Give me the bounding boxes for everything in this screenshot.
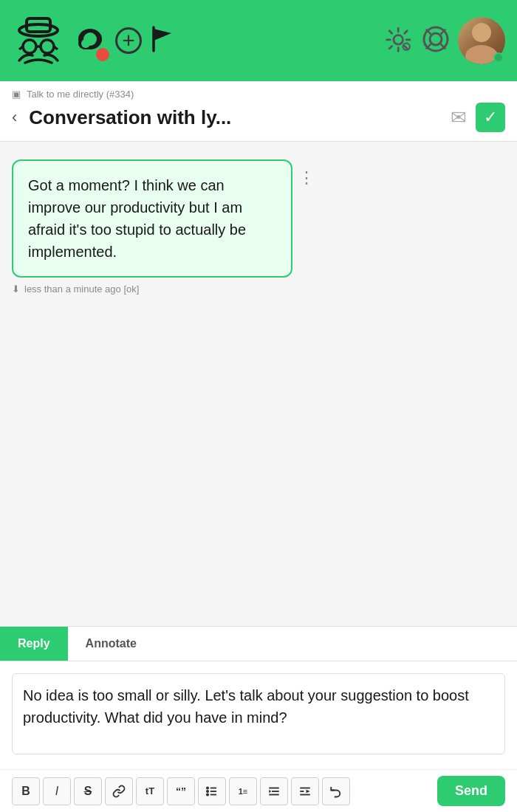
app-logo [12, 13, 65, 69]
numbered-list-button[interactable]: 1≡ [229, 777, 257, 805]
svg-line-17 [389, 31, 391, 33]
strikethrough-button[interactable]: S [74, 777, 102, 805]
message-timestamp: ⬇ less than a minute ago [ok] [12, 283, 505, 295]
svg-point-12 [394, 35, 403, 45]
settings-icon[interactable] [384, 26, 414, 55]
user-avatar[interactable] [458, 17, 505, 64]
help-icon[interactable] [422, 26, 449, 55]
app-header: + [0, 0, 517, 81]
svg-line-18 [405, 46, 407, 48]
flag-icon[interactable] [151, 26, 174, 55]
svg-point-32 [207, 790, 208, 791]
send-button[interactable]: Send [437, 776, 505, 806]
bold-button[interactable]: B [12, 777, 40, 805]
quote-button[interactable]: “” [167, 777, 195, 805]
message-text: Got a moment? I think we can improve our… [28, 177, 246, 260]
compose-tabs: Reply Annotate [0, 627, 517, 661]
back-button[interactable]: ‹ [12, 108, 17, 127]
compose-area: Reply Annotate B I S tT “” 1≡ [0, 626, 517, 812]
message-options-button[interactable]: ⋮ [298, 168, 315, 187]
bullet-list-button[interactable] [198, 777, 226, 805]
notification-badge [96, 48, 109, 61]
meta-icon: ▣ [12, 89, 21, 100]
message-wrapper: Got a moment? I think we can improve our… [12, 159, 505, 278]
tab-reply[interactable]: Reply [0, 627, 68, 661]
conversation-title: Conversation with ly... [29, 106, 442, 129]
tab-annotate[interactable]: Annotate [68, 627, 154, 661]
indent-decrease-button[interactable] [260, 777, 288, 805]
svg-line-19 [389, 46, 391, 48]
envelope-icon[interactable]: ✉ [451, 106, 467, 129]
svg-point-31 [207, 787, 208, 788]
link-button[interactable] [105, 777, 133, 805]
compose-toolbar: B I S tT “” 1≡ [0, 769, 517, 812]
timestamp-icon: ⬇ [12, 283, 20, 295]
check-icon: ✓ [484, 108, 497, 127]
svg-point-23 [430, 33, 442, 45]
indent-increase-button[interactable] [291, 777, 319, 805]
add-chat-icon[interactable]: + [115, 27, 142, 54]
svg-point-2 [23, 40, 36, 53]
svg-point-3 [41, 40, 54, 53]
notifications-icon[interactable] [74, 23, 106, 58]
conversation-meta: ▣ Talk to me directly (#334) [12, 89, 505, 100]
conversation-area: Got a moment? I think we can improve our… [0, 142, 517, 540]
svg-line-20 [405, 31, 407, 33]
italic-button[interactable]: I [43, 777, 71, 805]
svg-point-33 [207, 794, 208, 795]
font-size-button[interactable]: tT [136, 777, 164, 805]
message-bubble: Got a moment? I think we can improve our… [12, 159, 292, 278]
svg-point-10 [81, 39, 90, 48]
resolve-button[interactable]: ✓ [476, 103, 505, 132]
meta-text: Talk to me directly (#334) [27, 89, 134, 100]
compose-text-area [0, 661, 517, 769]
timestamp-text: less than a minute ago [ok] [24, 283, 139, 295]
conversation-header: ▣ Talk to me directly (#334) ‹ Conversat… [0, 81, 517, 142]
online-status-dot [493, 52, 504, 63]
reply-input[interactable] [12, 673, 505, 754]
undo-button[interactable] [322, 777, 350, 805]
